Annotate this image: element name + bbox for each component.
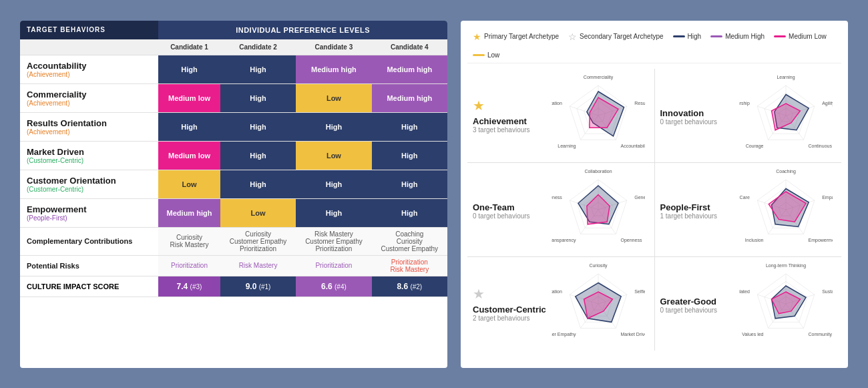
behavior-category: (Customer-Centric) <box>27 186 152 193</box>
score-cell-0-2: Medium high <box>296 55 371 83</box>
svg-text:Values led: Values led <box>742 331 763 336</box>
behavior-row: Accountability(Achievement)HighHighMediu… <box>20 55 447 83</box>
table-header-sub: Candidate 1 Candidate 2 Candidate 3 Cand… <box>20 39 447 55</box>
medium-high-legend-label: Medium High <box>725 33 765 40</box>
score-cell-3-1: High <box>220 141 296 170</box>
culture-score-value-3: 8.6 (#2) <box>372 276 447 297</box>
archetype-icon-0: ★ <box>473 98 546 114</box>
archetype-info-0: ★Achievement3 target behaviours <box>473 98 546 134</box>
score-cell-2-3: High <box>372 112 447 141</box>
complementary-row: Complementary ContributionsCuriosityRisk… <box>20 227 447 255</box>
svg-text:Results Orientation: Results Orientation <box>634 101 645 106</box>
svg-text:Communication Effectiveness: Communication Effectiveness <box>552 195 562 200</box>
svg-text:Prioritization: Prioritization <box>552 101 562 106</box>
high-legend-label: High <box>688 33 702 40</box>
primary-legend-label: Primary Target Archetype <box>484 33 559 40</box>
rank-2: (#4) <box>335 283 347 290</box>
svg-text:Courage: Courage <box>745 143 763 148</box>
score-cell-3-2: Low <box>296 141 371 170</box>
score-cell-0-0: High <box>158 55 220 83</box>
behavior-name: Accountability <box>27 61 152 71</box>
archetype-cell-4: ★Customer-Centric2 target behavioursCuri… <box>467 257 654 351</box>
behavior-name: Market Driven <box>27 147 152 157</box>
archetype-name-0: Achievement <box>473 116 546 126</box>
secondary-legend-label: Secondary Target Archetype <box>580 33 663 40</box>
behavior-category: (Achievement) <box>27 71 152 78</box>
behavior-cell: Market Driven(Customer-Centric) <box>20 141 158 170</box>
culture-score-value-1: 9.0 (#1) <box>220 276 296 297</box>
complementary-label-cell: Complementary Contributions <box>20 227 158 255</box>
behavior-row: Market Driven(Customer-Centric)Medium lo… <box>20 141 447 170</box>
behavior-name: Commerciality <box>27 89 152 100</box>
complementary-value-1: CuriosityCustomer EmpathyPrioritization <box>220 227 296 255</box>
archetype-targets-5: 0 target behaviours <box>660 307 734 314</box>
behavior-row: Results Orientation(Achievement)HighHigh… <box>20 112 447 141</box>
medium-low-legend-line <box>774 35 786 37</box>
complementary-value-3: CoachingCuriosityCustomer Empathy <box>372 227 447 255</box>
medium-low-legend-label: Medium Low <box>789 33 827 40</box>
behavior-row: Commerciality(Achievement)Medium lowHigh… <box>20 83 447 112</box>
preference-levels-header: INDIVIDUAL PREFERENCE LEVELS <box>158 21 447 39</box>
svg-text:Coaching: Coaching <box>776 170 796 174</box>
behaviors-table-wrapper: TARGET BEHAVIORS INDIVIDUAL PREFERENCE L… <box>20 21 447 297</box>
culture-score-value-2: 6.6 (#4) <box>296 276 371 297</box>
behavior-cell: Accountability(Achievement) <box>20 55 158 83</box>
rank-0: (#3) <box>190 283 202 290</box>
score-cell-1-0: Medium low <box>158 83 220 112</box>
candidate4-header: Candidate 4 <box>372 39 447 55</box>
radar-container-3: CoachingEmpathyEmpowermentInclusionCare <box>739 170 833 250</box>
score-cell-1-1: High <box>220 83 296 112</box>
behavior-name: Customer Orientation <box>27 176 152 186</box>
svg-text:Long-term Thinking: Long-term Thinking <box>765 264 805 268</box>
svg-text:Empathy: Empathy <box>822 195 833 200</box>
radar-container-1: LearningAgilityContinuous ImprovementCou… <box>739 75 833 156</box>
svg-text:Inclusion: Inclusion <box>744 237 763 242</box>
low-legend-label: Low <box>487 51 499 59</box>
candidate2-header: Candidate 2 <box>220 39 296 55</box>
risk-value-0: Prioritization <box>158 255 220 276</box>
target-behaviors-header: TARGET BEHAVIORS <box>20 21 158 39</box>
low-legend: Low <box>473 51 499 59</box>
archetype-targets-1: 0 target behaviours <box>660 118 734 126</box>
behavior-category: (Achievement) <box>27 128 152 136</box>
medium-high-legend-line <box>710 35 722 37</box>
left-panel: TARGET BEHAVIORS INDIVIDUAL PREFERENCE L… <box>20 21 447 368</box>
risk-value-3: PrioritizationRisk Mastery <box>372 255 447 276</box>
archetype-info-4: ★Customer-Centric2 target behaviours <box>473 286 546 322</box>
behavior-row: Customer Orientation(Customer-Centric)Lo… <box>20 170 447 198</box>
svg-text:Continuous Improvement: Continuous Improvement <box>808 143 833 148</box>
score-cell-1-2: Low <box>296 83 371 112</box>
radar-container-5: Long-term ThinkingSustainabilityCommunit… <box>739 264 833 344</box>
secondary-legend: ☆ Secondary Target Archetype <box>568 31 663 42</box>
complementary-label: Complementary Contributions <box>27 237 152 245</box>
score-cell-5-1: Low <box>220 198 296 227</box>
radar-container-4: CuriositySelflessnessMarket DrivenCustom… <box>552 264 645 344</box>
culture-score-value-0: 7.4 (#3) <box>158 276 220 297</box>
behavior-row: Empowerment(People-First)Medium highLowH… <box>20 198 447 227</box>
archetype-cell-0: ★Achievement3 target behavioursCommercia… <box>467 69 654 162</box>
archetype-targets-2: 0 target behaviours <box>473 212 546 220</box>
score-cell-4-2: High <box>296 170 371 198</box>
svg-text:Transparency: Transparency <box>552 237 576 242</box>
score-cell-2-0: High <box>158 112 220 141</box>
archetype-icon-4: ★ <box>473 286 546 302</box>
svg-text:Market Driven: Market Driven <box>621 331 646 336</box>
svg-text:Generosity: Generosity <box>634 195 645 200</box>
candidate3-header: Candidate 3 <box>296 39 371 55</box>
medium-low-legend: Medium Low <box>774 33 827 40</box>
score-cell-5-0: Medium high <box>158 198 220 227</box>
candidate1-header: Candidate 1 <box>158 39 220 55</box>
archetype-name-4: Customer-Centric <box>473 305 546 315</box>
score-cell-4-1: High <box>220 170 296 198</box>
behavior-category: (Achievement) <box>27 100 152 107</box>
archetype-name-2: One-Team <box>473 202 546 212</box>
high-legend-line <box>673 35 685 37</box>
empty-sub-header <box>20 39 158 55</box>
svg-text:Openness: Openness <box>621 237 642 242</box>
svg-text:Agility: Agility <box>822 101 833 106</box>
archetype-targets-3: 1 target behaviours <box>660 212 734 220</box>
risk-value-1: Risk Mastery <box>220 255 296 276</box>
archetype-info-5: Greater-Good0 target behaviours <box>660 294 734 314</box>
score-cell-5-2: High <box>296 198 371 227</box>
svg-text:Customer Empathy: Customer Empathy <box>552 331 576 337</box>
